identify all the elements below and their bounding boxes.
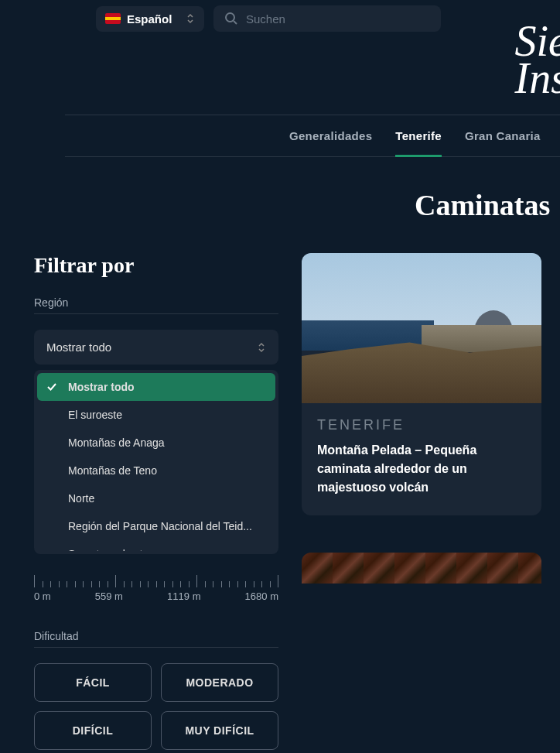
difficulty-label: Dificultad xyxy=(34,630,278,648)
elevation-labels: 0 m 559 m 1119 m 1680 m xyxy=(34,590,278,602)
check-icon xyxy=(46,382,57,392)
region-option-norte[interactable]: Norte xyxy=(37,484,275,512)
chevron-updown-icon xyxy=(186,12,195,25)
nav-tab-gran-canaria[interactable]: Gran Canaria xyxy=(465,115,541,156)
hike-card[interactable]: TENERIFE Montaña Pelada – Pequeña camina… xyxy=(302,253,541,515)
region-select[interactable]: Mostrar todo Mostrar todo xyxy=(34,330,278,365)
search-box[interactable] xyxy=(213,5,441,32)
region-filter-label: Región xyxy=(34,296,278,314)
hike-card-image-partial[interactable] xyxy=(302,553,541,584)
hike-card-title: Montaña Pelada – Pequeña caminata alrede… xyxy=(317,441,526,497)
search-input[interactable] xyxy=(246,12,430,26)
region-dropdown: Mostrar todo El suroeste Montañas de Ana… xyxy=(34,370,278,554)
region-option-anaga[interactable]: Montañas de Anaga xyxy=(37,429,275,457)
elevation-ruler[interactable] xyxy=(34,573,278,587)
difficulty-filter: Dificultad FÁCIL MODERADO DIFÍCIL MUY DI… xyxy=(34,630,278,750)
spain-flag-icon xyxy=(105,13,121,24)
language-selector[interactable]: Español xyxy=(96,6,204,32)
language-label: Español xyxy=(127,12,172,26)
search-icon xyxy=(224,12,238,26)
region-option-suroeste[interactable]: El suroeste xyxy=(37,401,275,429)
nav-tab-generalidades[interactable]: Generalidades xyxy=(289,115,372,156)
nav-tab-tenerife[interactable]: Tenerife xyxy=(395,115,442,156)
difficulty-easy[interactable]: FÁCIL xyxy=(34,663,152,702)
region-option-teno[interactable]: Montañas de Teno xyxy=(37,457,275,484)
region-option-all[interactable]: Mostrar todo xyxy=(37,373,275,401)
difficulty-moderate[interactable]: MODERADO xyxy=(161,663,278,702)
filter-title: Filtrar por xyxy=(34,253,278,278)
page-title: Caminatas xyxy=(415,188,560,222)
region-option-teide[interactable]: Región del Parque Nacional del Teid... xyxy=(37,512,275,540)
hike-card-image xyxy=(302,253,541,403)
filter-sidebar: Filtrar por Región Mostrar todo xyxy=(34,253,278,750)
difficulty-hard[interactable]: DIFÍCIL xyxy=(34,711,152,750)
difficulty-very-hard[interactable]: MUY DIFÍCIL xyxy=(161,711,278,750)
main-navigation: Generalidades Tenerife Gran Canaria La G… xyxy=(65,115,560,157)
chevron-updown-icon xyxy=(257,341,266,354)
region-option-sureste[interactable]: Sureste y el este xyxy=(37,540,275,551)
hike-cards: TENERIFE Montaña Pelada – Pequeña camina… xyxy=(302,253,560,750)
elevation-filter: 0 m 559 m 1119 m 1680 m xyxy=(34,573,278,602)
svg-line-1 xyxy=(234,21,237,24)
region-select-value: Mostrar todo xyxy=(46,341,111,354)
hike-card-category: TENERIFE xyxy=(317,417,526,433)
svg-point-0 xyxy=(226,13,234,22)
site-logo: Sie Ins xyxy=(515,23,560,97)
